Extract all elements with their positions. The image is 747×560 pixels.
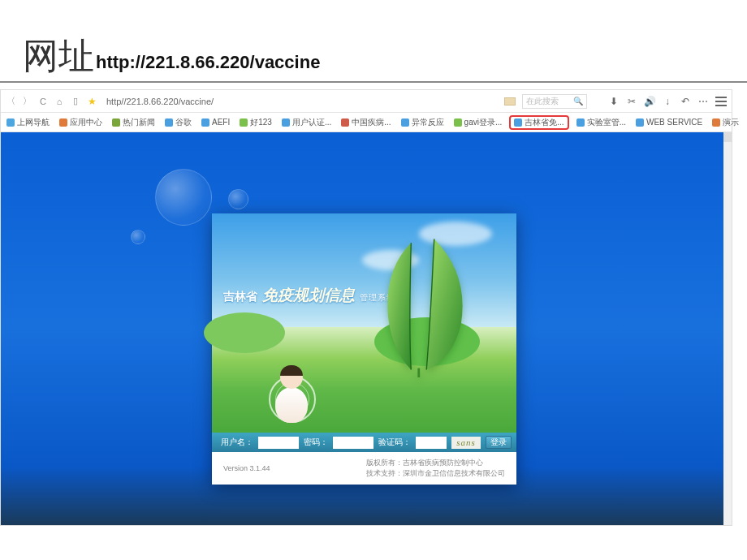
speaker-icon[interactable]: 🔊 — [644, 96, 655, 107]
bookmark-favicon — [59, 118, 67, 127]
version-label: Version 3.1.44 — [223, 464, 270, 472]
search-placeholder: 在此搜索 — [526, 96, 559, 107]
bookmark-favicon — [112, 118, 120, 127]
bookmark-label: 应用中心 — [70, 117, 102, 128]
bookmark-favicon — [341, 118, 349, 127]
bookmark-item[interactable]: AEFI — [199, 117, 232, 127]
bookmark-label: gavi登录... — [464, 117, 503, 128]
tech-support-label: 技术支持：深圳市金卫信信息技术有限公司 — [366, 468, 505, 480]
bookmark-favicon — [240, 118, 248, 127]
bookmark-label: 异常反应 — [412, 117, 444, 128]
label-url: http://221.8.66.220/vaccine — [96, 52, 320, 73]
bookmark-label: 用户认证... — [292, 117, 331, 128]
thumbnail-icon[interactable] — [504, 97, 516, 106]
login-button[interactable]: 登录 — [486, 436, 512, 449]
bookmark-item[interactable]: 异常反应 — [399, 116, 447, 129]
search-box[interactable]: 在此搜索🔍 — [522, 94, 587, 109]
username-input[interactable] — [258, 437, 299, 449]
down-arrow-icon[interactable]: ↓ — [662, 96, 673, 107]
main-title: 免疫规划信息 — [262, 285, 355, 306]
login-footer: Version 3.1.44 版权所有：吉林省疾病预防控制中心 技术支持：深圳市… — [212, 452, 516, 485]
bookmark-label: WEB SERVICE — [646, 118, 702, 127]
bookmark-item[interactable]: 好123 — [237, 116, 274, 129]
bookmark-favicon — [636, 118, 644, 127]
bubble-decoration — [155, 169, 212, 226]
book-icon[interactable]: ▯ — [71, 97, 80, 106]
username-label: 用户名： — [221, 437, 253, 448]
captcha-image[interactable]: sans — [451, 437, 481, 449]
slide-title: 网址 http://221.8.66.220/vaccine — [23, 32, 320, 80]
bookmark-item[interactable]: 上网导航 — [4, 116, 52, 129]
bookmark-item[interactable]: 实验室管... — [574, 116, 628, 129]
bookmark-favicon — [576, 118, 585, 127]
bookmark-item[interactable]: WEB SERVICE — [633, 117, 705, 127]
captcha-input[interactable] — [416, 437, 447, 449]
undo-icon[interactable]: ↶ — [680, 96, 691, 107]
login-panel: 吉林省 免疫规划信息 管理系统 — [212, 213, 516, 485]
bookmark-label: 实验室管... — [587, 117, 626, 128]
province-label: 吉林省 — [223, 290, 257, 304]
password-label: 密码： — [304, 437, 328, 448]
bookmark-item[interactable]: 吉林省免... — [509, 115, 568, 130]
bookmark-label: 热门新闻 — [123, 117, 155, 128]
vertical-scrollbar[interactable] — [723, 132, 732, 525]
password-input[interactable] — [333, 437, 374, 449]
bookmark-favicon — [514, 118, 522, 127]
star-icon[interactable]: ★ — [87, 97, 97, 106]
login-bar: 用户名： 密码： 验证码： sans 登录 — [212, 433, 516, 452]
browser-window: 〈 〉 C ⌂ ▯ ★ http//221.8.66.220/vaccine/ … — [0, 89, 732, 526]
address-bar[interactable]: http//221.8.66.220/vaccine/ — [103, 97, 444, 106]
search-icon: 🔍 — [573, 97, 583, 106]
menu-icon[interactable] — [715, 97, 727, 106]
title-divider — [0, 81, 747, 83]
leaf-icon — [368, 231, 477, 377]
hill-decoration — [204, 312, 285, 353]
bookmarks-bar: 上网导航应用中心热门新闻谷歌AEFI好123用户认证...中国疾病...异常反应… — [1, 113, 732, 132]
bookmark-label: 中国疾病... — [352, 117, 391, 128]
bookmark-favicon — [454, 118, 462, 127]
bookmark-item[interactable]: 应用中心 — [57, 116, 105, 129]
forward-button[interactable]: 〉 — [22, 97, 32, 106]
bookmark-favicon — [282, 118, 290, 127]
bookmark-label: 吉林省免... — [525, 117, 563, 128]
land-banner — [212, 327, 516, 433]
bookmark-favicon — [165, 118, 173, 127]
bookmark-item[interactable]: 用户认证... — [279, 116, 334, 129]
bookmark-label: 好123 — [250, 117, 272, 128]
label-url-zh: 网址 — [23, 32, 94, 80]
captcha-label: 验证码： — [378, 437, 411, 448]
bookmark-favicon — [6, 118, 15, 127]
close-bookmarks-button[interactable]: × — [722, 118, 727, 127]
bookmark-label: 谷歌 — [175, 117, 192, 128]
back-button[interactable]: 〈 — [6, 97, 15, 106]
bookmark-item[interactable]: gavi登录... — [451, 116, 505, 129]
download-icon[interactable]: ⬇ — [608, 96, 620, 107]
bubble-decoration — [131, 230, 145, 244]
nav-bar: 〈 〉 C ⌂ ▯ ★ http//221.8.66.220/vaccine/ … — [1, 90, 732, 113]
bookmark-favicon — [201, 118, 209, 127]
bookmark-label: AEFI — [212, 118, 230, 127]
bookmark-item[interactable]: 谷歌 — [162, 116, 194, 129]
more-icon[interactable]: ⋯ — [697, 96, 709, 107]
bubble-decoration — [228, 189, 248, 209]
home-button[interactable]: ⌂ — [54, 97, 64, 106]
bookmark-item[interactable]: 热门新闻 — [110, 116, 158, 129]
bookmark-label: 上网导航 — [17, 117, 50, 128]
bookmark-item[interactable]: 中国疾病... — [339, 116, 393, 129]
bookmark-favicon — [712, 118, 720, 127]
bookmark-favicon — [401, 118, 409, 127]
copyright-label: 版权所有：吉林省疾病预防控制中心 — [366, 458, 505, 469]
scissors-icon[interactable]: ✂ — [626, 96, 637, 107]
page-viewport: 吉林省 免疫规划信息 管理系统 — [1, 132, 732, 525]
reload-button[interactable]: C — [38, 97, 48, 106]
baby-illustration — [269, 366, 313, 423]
